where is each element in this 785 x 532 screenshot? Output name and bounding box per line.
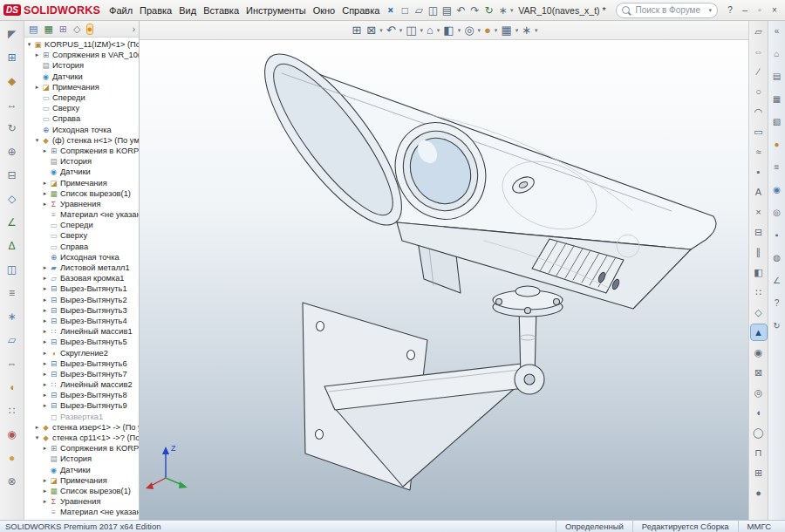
rebuild-icon[interactable]: ↻ xyxy=(482,4,495,17)
section-view-icon[interactable]: ◫ xyxy=(404,24,418,37)
tree-collapsed-icon[interactable]: ▸ xyxy=(41,297,49,304)
menu-tools[interactable]: Инструменты xyxy=(242,3,310,18)
menu-view[interactable]: Вид xyxy=(175,3,200,18)
appearance-icon[interactable]: ● xyxy=(751,485,767,501)
tree-item[interactable]: ▾◆(ф) стенка н<1> (По умолчан xyxy=(24,135,139,146)
previous-view-icon-caret[interactable]: ▾ xyxy=(399,27,403,34)
exploded-view-icon[interactable]: ∗ xyxy=(3,307,22,325)
tree-item[interactable]: ▸⊞Сопряжения в VAR_10(naves_ xyxy=(24,50,139,60)
tree-expanded-icon[interactable]: ▾ xyxy=(33,137,41,144)
dimension-tool-icon[interactable]: ⇔ xyxy=(3,354,22,372)
tree-collapsed-icon[interactable]: ▸ xyxy=(41,402,49,409)
mount-flange[interactable] xyxy=(493,286,563,317)
tree-item[interactable]: ◉Датчики xyxy=(24,465,139,475)
options-icon[interactable]: ∗ xyxy=(496,4,509,17)
select-tool-icon[interactable]: ◤ xyxy=(3,24,22,43)
tree-item[interactable]: ◉Датчики xyxy=(24,167,139,177)
tree-collapsed-icon[interactable]: ▸ xyxy=(41,371,49,378)
tree-item[interactable]: ▸⊟Вырез-Вытянуть5 xyxy=(24,337,139,347)
graphics-area[interactable]: Z xyxy=(140,40,748,520)
restore-button[interactable]: ▫ xyxy=(753,3,767,17)
menu-window[interactable]: Окно xyxy=(310,3,339,18)
tree-collapsed-icon[interactable]: ▸ xyxy=(41,264,49,271)
tree-collapsed-icon[interactable]: ▸ xyxy=(41,338,49,345)
tab-property-manager[interactable]: ▦ xyxy=(44,24,52,34)
tree-collapsed-icon[interactable]: ▸ xyxy=(41,180,49,187)
redo-icon[interactable]: ↷ xyxy=(468,4,481,17)
tree-collapsed-icon[interactable]: ▸ xyxy=(41,190,49,197)
close-button[interactable]: × xyxy=(768,3,782,17)
tree-collapsed-icon[interactable]: ▸ xyxy=(41,285,49,292)
edit-appearance-icon-caret[interactable]: ▾ xyxy=(495,27,498,34)
pin-icon[interactable]: + xyxy=(384,3,398,17)
tree-item[interactable]: ▤История xyxy=(24,60,139,71)
tree-item[interactable]: ▭Справа xyxy=(24,113,139,124)
section-view-tool-icon[interactable]: ◫ xyxy=(3,260,22,278)
insert-component-icon[interactable]: ◆ xyxy=(3,72,22,90)
tree-item[interactable]: ▸ΣУравнения xyxy=(24,199,139,209)
tree-item[interactable]: ▸⊟Вырез-Вытянуть8 xyxy=(24,390,139,400)
tab-display-manager[interactable]: ● xyxy=(87,24,93,34)
design-library-icon[interactable]: ▤ xyxy=(770,69,784,83)
tree-item[interactable]: ▸◖Скругление2 xyxy=(24,347,139,358)
tree-collapsed-icon[interactable]: ▸ xyxy=(41,328,49,335)
statusbar-units[interactable]: ММГС xyxy=(738,521,780,532)
menu-file[interactable]: Файл xyxy=(106,3,136,18)
tree-item[interactable]: ≡Материал <не указан xyxy=(24,507,139,517)
tree-item[interactable]: ▸▦Список вырезов(1) xyxy=(24,486,139,496)
tab-dimxpert-manager[interactable]: ◇ xyxy=(73,24,80,34)
sketch-pattern-icon[interactable]: ∷ xyxy=(751,284,767,300)
tree-expanded-icon[interactable]: ▾ xyxy=(25,41,33,48)
search-input[interactable] xyxy=(633,4,708,16)
plane-icon[interactable]: ◇ xyxy=(751,304,767,320)
menu-edit[interactable]: Правка xyxy=(136,3,175,18)
smart-fasteners-icon[interactable]: ⊕ xyxy=(3,142,22,160)
sketch-icon[interactable]: ▱ xyxy=(751,24,767,39)
file-explorer-icon[interactable]: ▦ xyxy=(770,92,784,106)
tree-item[interactable]: ▸⊟Вырез-Вытянуть6 xyxy=(24,358,139,369)
refresh-pane-icon[interactable]: ↻ xyxy=(770,318,784,332)
mirror-entities-icon[interactable]: ◧ xyxy=(751,264,767,280)
undo-icon[interactable]: ↶ xyxy=(454,4,468,17)
tree-collapsed-icon[interactable]: ▸ xyxy=(41,275,49,282)
tree-item[interactable]: ▭Спереди xyxy=(24,220,139,230)
tree-collapsed-icon[interactable]: ▸ xyxy=(41,381,49,388)
section-view-icon-caret[interactable]: ▾ xyxy=(420,27,423,34)
tree-item[interactable]: ▤История xyxy=(24,156,139,167)
tree-collapsed-icon[interactable]: ▸ xyxy=(41,477,49,484)
forum-icon[interactable]: ◉ xyxy=(770,182,784,196)
view-palette-icon[interactable]: ▧ xyxy=(770,114,784,128)
fillet-tool-icon[interactable]: ◖ xyxy=(3,378,22,396)
help-button[interactable]: ? xyxy=(723,3,737,17)
custom-properties-icon[interactable]: ≡ xyxy=(770,160,784,174)
tree-collapsed-icon[interactable]: ▸ xyxy=(41,445,49,452)
tree-collapsed-icon[interactable]: ▸ xyxy=(41,498,49,505)
edit-appearance-icon[interactable]: ● xyxy=(482,24,493,37)
mass-properties-icon[interactable]: Δ xyxy=(3,236,22,255)
smart-dimension-icon[interactable]: ⇔ xyxy=(751,44,767,59)
tree-item[interactable]: ▸◪Примечания xyxy=(24,82,139,92)
tree-item[interactable]: ▸▰Листовой металл1 xyxy=(24,263,139,273)
circle-icon[interactable]: ○ xyxy=(751,84,767,99)
tree-item[interactable]: ▸⊟Вырез-Вытянуть4 xyxy=(24,316,139,326)
rib-icon[interactable]: ⊓ xyxy=(751,445,767,460)
apply-scene-icon[interactable]: ▦ xyxy=(499,24,513,37)
help-pane-icon[interactable]: ? xyxy=(770,296,784,310)
line-icon[interactable]: ∕ xyxy=(751,64,767,79)
point-icon[interactable]: ▪ xyxy=(751,164,767,180)
tree-item[interactable]: ▸◪Примечания xyxy=(24,177,139,188)
tree-item[interactable]: ▸⊟Вырез-Вытянуть7 xyxy=(24,369,139,379)
interference-check-icon[interactable]: ⊗ xyxy=(3,472,22,490)
open-document-icon[interactable]: ▱ xyxy=(413,4,426,17)
tree-collapsed-icon[interactable]: ▸ xyxy=(41,147,49,154)
tree-item[interactable]: ▸▦Список вырезов(1) xyxy=(24,188,139,199)
tree-item[interactable]: ⊕Исходная точка xyxy=(24,125,139,135)
tree-item[interactable]: ▸⊟Вырез-Вытянуть9 xyxy=(24,400,139,411)
tree-item[interactable]: ▸◪Примечания xyxy=(24,475,139,486)
tree-item[interactable]: ▭Спереди xyxy=(24,92,139,103)
panel-collapse-icon[interactable]: › xyxy=(133,24,139,34)
revolve-icon[interactable]: ◉ xyxy=(751,344,767,360)
apply-scene-icon-caret[interactable]: ▾ xyxy=(515,27,519,34)
tree-item[interactable]: ▸⊞Сопряжения в KORPUS_1 xyxy=(24,146,139,156)
tree-expanded-icon[interactable]: ▾ xyxy=(33,434,41,441)
